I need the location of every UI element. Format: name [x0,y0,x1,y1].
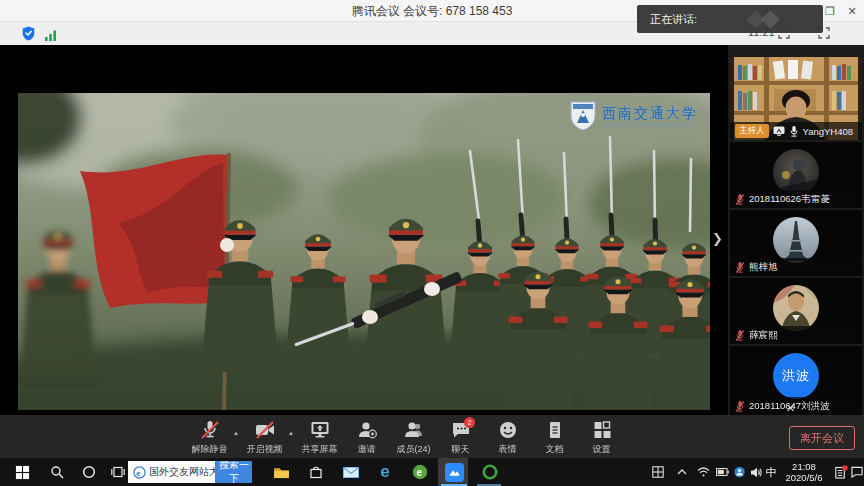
chat-unread-badge: 2 [464,417,475,428]
avatar [773,217,819,263]
meeting-stage: 西南交通大学 SOUTHWEST JIAOTONG UNIVERSITY ❯ [0,45,864,415]
participant-name: 薛宸熙 [749,329,778,342]
avatar [773,149,819,195]
emoji-icon [497,420,519,440]
mic-on-icon [789,125,799,138]
mail-icon[interactable] [338,458,364,486]
taskbar-search-box[interactable]: e 搜索一下 [128,461,252,483]
invite-button[interactable]: 邀请 [343,420,390,456]
participant-label: 2018110647刘洪波 [730,397,862,415]
edge-icon[interactable]: e [372,458,398,486]
members-button[interactable]: 成员(24) [390,420,437,456]
participant-label: 2018110626韦雷菱 [730,190,862,208]
mic-muted-icon [735,329,745,342]
participant-tile-host[interactable]: 主持人 YangYH408 [730,57,862,140]
cortana-icon[interactable] [74,458,104,486]
participant-tile[interactable]: 薛宸熙 [730,278,862,344]
invite-icon [356,420,378,440]
participant-name: 熊梓旭 [749,261,778,274]
notification-doc-tray-icon[interactable] [832,458,850,486]
microsoft-store-icon[interactable] [303,458,329,486]
start-video-button[interactable]: 开启视频 [241,420,288,456]
participant-tile[interactable]: 2018110626韦雷菱 [730,142,862,208]
taskbar-search-icon[interactable] [42,458,72,486]
close-icon[interactable]: ✕ [786,402,795,415]
security-shield-icon[interactable] [22,26,35,41]
wifi-tray-icon[interactable] [694,458,712,486]
host-badge: 主持人 [735,124,769,138]
svg-text:e: e [417,467,423,478]
action-center-icon[interactable] [850,458,864,486]
document-icon [544,420,566,440]
mic-options-caret-icon[interactable]: ▲ [233,430,241,436]
university-watermark: 西南交通大学 SOUTHWEST JIAOTONG UNIVERSITY [570,101,698,131]
clock-time: 21:08 [780,461,828,472]
network-signal-icon[interactable] [45,30,57,41]
battery-tray-icon[interactable] [713,458,731,486]
windows-taskbar: e 搜索一下 e e 中 21:08 2020/5/6 [0,458,864,486]
settings-grid-icon [591,420,613,440]
video-options-caret-icon[interactable]: ▲ [288,430,296,436]
security-tray-icon[interactable] [731,458,747,486]
file-explorer-icon[interactable] [268,458,294,486]
participant-name: 2018110626韦雷菱 [749,193,830,206]
mic-muted-icon [735,400,745,413]
screen-sharing-icon [773,126,785,136]
speaking-label: 正在讲话: [650,12,697,27]
participant-name: YangYH408 [803,126,854,137]
camera-off-icon [254,420,276,440]
ie-icon: e [128,466,149,479]
ime-language-indicator[interactable]: 中 [762,458,780,486]
ime-grid-tray-icon[interactable] [648,458,668,486]
tencent-meeting-app-icon[interactable] [441,458,467,486]
green-circle-app-icon[interactable] [477,458,503,486]
speaking-indicator: 正在讲话: [637,5,823,33]
clock-date: 2020/5/6 [780,472,828,483]
avatar [773,285,819,331]
participant-label: 熊梓旭 [730,258,862,276]
members-icon [403,420,425,440]
tencent-meeting-window: 腾讯会议 会议号: 678 158 453 ❐ ✕ 正在讲话: 11:21 [0,0,864,486]
share-screen-icon [309,420,331,440]
participant-tile[interactable]: 洪波 2018110647刘洪波 [730,346,862,415]
browser-360-icon[interactable]: e [407,458,433,486]
mic-muted-icon [735,261,745,274]
docs-button[interactable]: 文档 [531,420,578,456]
avatar: 洪波 [773,353,819,399]
honor-guard-scene [18,93,710,410]
emoji-button[interactable]: 表情 [484,420,531,456]
watermark-en-text: SOUTHWEST JIAOTONG UNIVERSITY [602,123,698,128]
participant-tile[interactable]: 熊梓旭 [730,210,862,276]
participant-sidebar: 主持人 YangYH408 [728,45,864,415]
participant-label: 主持人 YangYH408 [730,122,862,140]
taskbar-search-input[interactable] [149,467,215,478]
collapse-sidebar-chevron-icon[interactable]: ❯ [712,231,723,246]
main-video: 西南交通大学 SOUTHWEST JIAOTONG UNIVERSITY [18,93,710,410]
taskbar-clock[interactable]: 21:08 2020/5/6 [780,461,828,483]
settings-button[interactable]: 设置 [578,420,625,456]
tray-expand-chevron-icon[interactable] [674,458,690,486]
university-shield-icon [570,101,596,131]
start-button[interactable] [4,458,40,486]
meeting-toolbar: 解除静音 ▲ 开启视频 ▲ 共享屏幕 邀请 成员(24) 2 [0,415,864,458]
close-window-button[interactable]: ✕ [840,0,864,22]
mic-muted-icon [735,193,745,206]
leave-meeting-button[interactable]: 离开会议 [789,426,855,450]
mic-off-icon [199,420,221,440]
search-go-button[interactable]: 搜索一下 [215,461,252,483]
share-screen-button[interactable]: 共享屏幕 [296,420,343,456]
chat-button[interactable]: 2 聊天 [437,420,484,456]
participant-label: 薛宸熙 [730,326,862,344]
meeting-logo-watermark-icon [761,10,779,28]
watermark-cn-text: 西南交通大学 [602,105,698,123]
task-view-icon[interactable] [106,458,130,486]
unmute-button[interactable]: 解除静音 [186,420,233,456]
svg-text:e: e [136,467,140,477]
